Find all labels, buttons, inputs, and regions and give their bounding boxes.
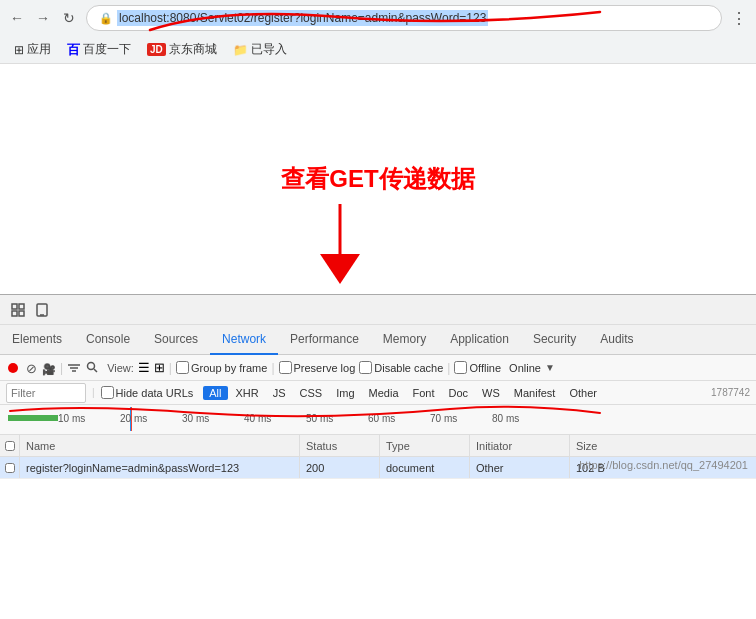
tab-audits[interactable]: Audits [588, 325, 645, 355]
filter-manifest-button[interactable]: Manifest [508, 386, 562, 400]
devtools-top-toolbar [0, 295, 756, 325]
filter-font-button[interactable]: Font [407, 386, 441, 400]
svg-rect-2 [12, 304, 17, 309]
tab-network[interactable]: Network [210, 325, 278, 355]
size-column-header[interactable]: Size [570, 435, 756, 456]
tick-40ms: 40 ms [244, 413, 271, 424]
jd-icon: JD [147, 43, 166, 56]
svg-rect-3 [19, 304, 24, 309]
tab-memory[interactable]: Memory [371, 325, 438, 355]
bookmark-baidu[interactable]: 百 百度一下 [61, 39, 137, 61]
hide-data-urls-label: Hide data URLs [101, 386, 194, 399]
nav-bar: ← → ↻ 🔒 localhost:8080/Servlet02/registe… [0, 0, 756, 36]
hide-data-urls-checkbox[interactable] [101, 386, 114, 399]
record-button[interactable] [6, 361, 20, 375]
filter-toggle-button[interactable] [67, 361, 81, 375]
watermark: https://blog.csdn.net/qq_27494201 [579, 459, 748, 471]
row-checkbox[interactable] [5, 463, 15, 473]
tab-performance[interactable]: Performance [278, 325, 371, 355]
filter-js-button[interactable]: JS [267, 386, 292, 400]
back-button[interactable]: ← [8, 9, 26, 27]
tick-80ms: 80 ms [492, 413, 519, 424]
filter-css-button[interactable]: CSS [294, 386, 329, 400]
svg-rect-6 [37, 304, 47, 316]
group-by-frame-label: Group by frame [176, 361, 267, 374]
svg-marker-1 [320, 254, 360, 284]
apps-label: 应用 [27, 41, 51, 58]
network-table-header: Name Status Type Initiator Size [0, 435, 756, 457]
tick-60ms: 60 ms [368, 413, 395, 424]
tab-elements[interactable]: Elements [0, 325, 74, 355]
tab-sources[interactable]: Sources [142, 325, 210, 355]
camera-button[interactable]: 🎥 [42, 361, 56, 375]
forward-button[interactable]: → [34, 9, 52, 27]
dropdown-icon: ▼ [545, 362, 555, 373]
annotation-text: 查看GET传递数据 [281, 163, 474, 195]
status-column-header[interactable]: Status [300, 435, 380, 456]
timeline: 10 ms 20 ms 30 ms 40 ms 50 ms 60 ms 70 m… [0, 405, 756, 435]
tab-security[interactable]: Security [521, 325, 588, 355]
select-all-checkbox[interactable] [5, 441, 15, 451]
baidu-icon: 百 [67, 41, 80, 59]
tab-application[interactable]: Application [438, 325, 521, 355]
reload-button[interactable]: ↻ [60, 9, 78, 27]
view-label: View: [107, 362, 134, 374]
svg-line-12 [94, 369, 97, 372]
page-content: 查看GET传递数据 [0, 64, 756, 294]
menu-button[interactable]: ⋮ [730, 9, 748, 27]
search-button[interactable] [85, 361, 99, 375]
folder-icon: 📁 [233, 43, 248, 57]
filter-xhr-button[interactable]: XHR [230, 386, 265, 400]
type-column-header[interactable]: Type [380, 435, 470, 456]
imported-label: 已导入 [251, 41, 287, 58]
row-status: 200 [300, 457, 380, 478]
list-view-button[interactable]: ☰ [138, 360, 150, 375]
jd-label: 京东商城 [169, 41, 217, 58]
svg-rect-4 [12, 311, 17, 316]
address-bar[interactable]: 🔒 localhost:8080/Servlet02/register?logi… [86, 5, 722, 31]
baidu-label: 百度一下 [83, 41, 131, 58]
tick-70ms: 70 ms [430, 413, 457, 424]
initiator-column-header[interactable]: Initiator [470, 435, 570, 456]
grid-view-button[interactable]: ⊞ [154, 360, 165, 375]
group-by-frame-checkbox[interactable] [176, 361, 189, 374]
bookmark-jd[interactable]: JD 京东商城 [141, 39, 223, 60]
inspect-element-button[interactable] [8, 300, 28, 320]
tick-10ms: 10 ms [58, 413, 85, 424]
devtools-tabs: Elements Console Sources Network Perform… [0, 325, 756, 355]
device-toolbar-button[interactable] [32, 300, 52, 320]
filter-other-button[interactable]: Other [563, 386, 603, 400]
filter-input[interactable] [6, 383, 86, 403]
disable-cache-checkbox[interactable] [359, 361, 372, 374]
bookmark-apps[interactable]: ⊞ 应用 [8, 39, 57, 60]
tick-20ms: 20 ms [120, 413, 147, 424]
counter-value: 1787742 [711, 387, 750, 398]
name-column-header[interactable]: Name [20, 435, 300, 456]
disable-cache-label: Disable cache [359, 361, 443, 374]
apps-icon: ⊞ [14, 43, 24, 57]
offline-checkbox[interactable] [454, 361, 467, 374]
filter-doc-button[interactable]: Doc [443, 386, 475, 400]
timeline-green-bar [8, 415, 58, 421]
devtools-panel: Elements Console Sources Network Perform… [0, 294, 756, 479]
tab-console[interactable]: Console [74, 325, 142, 355]
filter-media-button[interactable]: Media [363, 386, 405, 400]
row-type: document [380, 457, 470, 478]
svg-rect-5 [19, 311, 24, 316]
down-arrow-annotation [310, 204, 370, 284]
bookmark-imported[interactable]: 📁 已导入 [227, 39, 293, 60]
svg-point-11 [88, 362, 95, 369]
filter-ws-button[interactable]: WS [476, 386, 506, 400]
stop-button[interactable]: ⊘ [24, 361, 38, 375]
tick-30ms: 30 ms [182, 413, 209, 424]
online-label: Online [509, 362, 541, 374]
offline-label: Offline [454, 361, 501, 374]
preserve-log-label: Preserve log [279, 361, 356, 374]
filter-img-button[interactable]: Img [330, 386, 360, 400]
filter-all-button[interactable]: All [203, 386, 227, 400]
bookmarks-bar: ⊞ 应用 百 百度一下 JD 京东商城 📁 已导入 [0, 36, 756, 64]
tick-50ms: 50 ms [306, 413, 333, 424]
address-text: localhost:8080/Servlet02/register?loginN… [117, 10, 488, 26]
row-initiator: Other [470, 457, 570, 478]
preserve-log-checkbox[interactable] [279, 361, 292, 374]
